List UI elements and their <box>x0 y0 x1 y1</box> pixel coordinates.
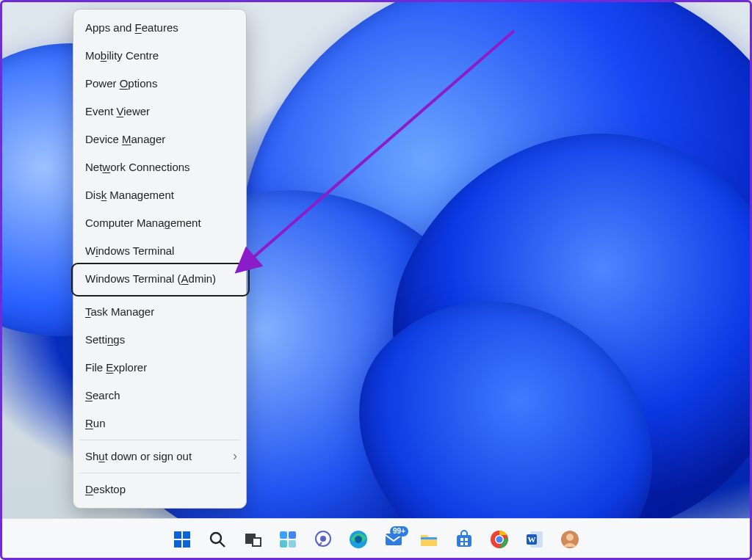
svg-rect-8 <box>253 538 261 546</box>
menu-separator <box>79 473 240 473</box>
menu-separator <box>79 440 240 440</box>
start-button[interactable] <box>167 524 198 555</box>
menu-item-mobility-centre[interactable]: Mobility Centre <box>73 42 246 70</box>
task-view-icon <box>243 530 262 549</box>
svg-point-31 <box>566 534 574 541</box>
svg-rect-21 <box>465 538 468 541</box>
word-app[interactable]: W <box>519 524 550 555</box>
chrome-icon <box>489 529 510 550</box>
svg-line-6 <box>220 542 225 547</box>
start-icon <box>173 530 192 549</box>
svg-rect-18 <box>421 537 437 539</box>
menu-item-device-manager[interactable]: Device Manager <box>73 126 246 153</box>
svg-rect-3 <box>174 540 181 548</box>
svg-rect-12 <box>289 540 296 548</box>
taskbar: 99+W <box>0 518 752 560</box>
menu-item-windows-terminal[interactable]: Windows Terminal <box>73 237 246 265</box>
menu-item-task-manager[interactable]: Task Manager <box>73 298 246 326</box>
profile-icon <box>560 529 580 550</box>
svg-rect-2 <box>183 531 190 539</box>
mail-app[interactable]: 99+ <box>378 524 409 555</box>
menu-item-disk-management[interactable]: Disk Management <box>73 181 246 209</box>
menu-separator <box>79 295 240 296</box>
task-view-button[interactable] <box>237 524 268 555</box>
svg-point-26 <box>496 537 503 543</box>
profile-app[interactable] <box>554 524 585 555</box>
menu-item-network-connections[interactable]: Network Connections <box>73 153 246 181</box>
menu-item-shut-down-or-sign-out[interactable]: Shut down or sign out <box>73 443 246 470</box>
menu-item-power-options[interactable]: Power Options <box>73 70 246 98</box>
chat-icon <box>314 530 333 549</box>
svg-text:W: W <box>528 535 536 544</box>
search-icon <box>208 530 227 549</box>
word-icon: W <box>524 529 545 550</box>
file-explorer-app[interactable] <box>413 524 444 555</box>
menu-item-search[interactable]: Search <box>73 382 246 410</box>
svg-rect-22 <box>460 542 463 545</box>
svg-rect-4 <box>183 540 190 548</box>
edge-icon <box>348 529 369 550</box>
menu-item-settings[interactable]: Settings <box>73 326 246 354</box>
menu-item-apps-and-features[interactable]: Apps and Features <box>73 14 246 42</box>
svg-rect-11 <box>280 540 287 548</box>
menu-item-desktop[interactable]: Desktop <box>73 476 246 503</box>
menu-item-computer-management[interactable]: Computer Management <box>73 209 246 237</box>
svg-rect-9 <box>280 531 287 539</box>
chat-button[interactable] <box>308 524 339 555</box>
winx-context-menu: Apps and FeaturesMobility CentrePower Op… <box>73 9 247 509</box>
menu-item-file-explorer[interactable]: File Explorer <box>73 354 246 382</box>
menu-item-windows-terminal-admin[interactable]: Windows Terminal (Admin) <box>73 265 246 293</box>
svg-rect-10 <box>289 531 296 539</box>
chrome-app[interactable] <box>484 524 515 555</box>
store-app[interactable] <box>449 524 480 555</box>
svg-rect-1 <box>174 531 181 539</box>
svg-point-14 <box>320 536 326 542</box>
svg-rect-20 <box>460 538 463 541</box>
menu-item-event-viewer[interactable]: Event Viewer <box>73 98 246 126</box>
widgets-icon <box>278 530 297 549</box>
svg-point-5 <box>211 533 221 543</box>
edge-app[interactable] <box>343 524 374 555</box>
store-icon <box>454 529 474 550</box>
file-explorer-icon <box>419 529 439 550</box>
svg-rect-23 <box>465 542 468 545</box>
search-button[interactable] <box>202 524 233 555</box>
widgets-button[interactable] <box>272 524 303 555</box>
menu-item-run[interactable]: Run <box>73 410 246 437</box>
svg-rect-19 <box>457 535 471 547</box>
svg-point-16 <box>355 536 362 543</box>
badge: 99+ <box>390 526 408 537</box>
